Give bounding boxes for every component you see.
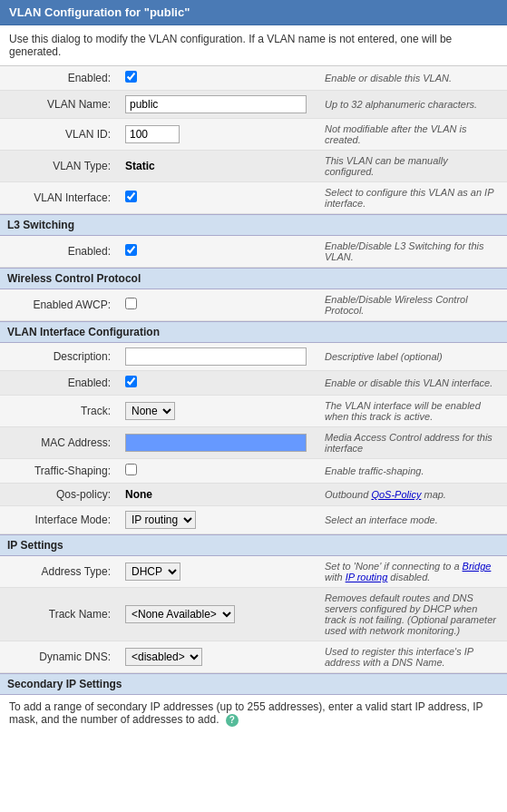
dialog-description: Use this dialog to modify the VLAN confi…: [0, 25, 507, 66]
vlan-iface-traffic-cell: [118, 459, 317, 484]
ip-settings-header: IP Settings: [0, 534, 507, 556]
ip-addr-type-cell: DHCP None Static: [118, 556, 317, 588]
ip-addr-type-select[interactable]: DHCP None Static: [125, 563, 180, 581]
wcp-awcp-row: Enabled AWCP: Enable/Disable Wireless Co…: [0, 289, 507, 321]
l3-section-header: L3 Switching: [0, 214, 507, 236]
vlan-iface-mac-label: MAC Address:: [0, 427, 118, 459]
vlan-enabled-row: Enabled: Enable or disable this VLAN.: [0, 66, 507, 91]
l3-enabled-cell: [118, 236, 317, 268]
vlan-iface-desc-help: Descriptive label (optional): [317, 343, 507, 371]
vlan-id-row: VLAN ID: Not modifiable after the VLAN i…: [0, 119, 507, 151]
bridge-link[interactable]: Bridge: [463, 561, 492, 572]
qos-policy-link[interactable]: QoS-Policy: [371, 489, 421, 500]
l3-enabled-row: Enabled: Enable/Disable L3 Switching for…: [0, 236, 507, 268]
vlan-interface-checkbox[interactable]: [125, 191, 137, 202]
vlan-id-help: Not modifiable after the VLAN is created…: [317, 119, 507, 151]
secondary-ip-desc: To add a range of secondary IP addresses…: [0, 695, 507, 732]
vlan-name-row: VLAN Name: Up to 32 alphanumeric charact…: [0, 91, 507, 119]
wcp-awcp-help: Enable/Disable Wireless Control Protocol…: [317, 289, 507, 321]
vlan-iface-mode-label: Interface Mode:: [0, 506, 118, 534]
vlan-type-value: Static: [125, 160, 155, 172]
addr-help-pre: Set to 'None' if connecting to a: [325, 561, 463, 572]
vlan-iface-traffic-help: Enable traffic-shaping.: [317, 459, 507, 484]
ip-track-name-select[interactable]: <None Available>: [125, 605, 235, 623]
vlan-iface-qos-row: Qos-policy: None Outbound QoS-Policy map…: [0, 484, 507, 506]
wcp-awcp-cell: [118, 289, 317, 321]
vlan-iface-track-label: Track:: [0, 396, 118, 427]
vlan-iface-mac-help: Media Access Control address for this in…: [317, 427, 507, 459]
ip-dns-label: Dynamic DNS:: [0, 641, 118, 673]
vlan-iface-track-select[interactable]: None: [125, 402, 175, 420]
vlan-type-row: VLAN Type: Static This VLAN can be manua…: [0, 151, 507, 182]
vlan-iface-enabled-cell: [118, 371, 317, 396]
ip-addr-type-label: Address Type:: [0, 556, 118, 588]
vlan-id-cell: [118, 119, 317, 151]
vlan-id-label: VLAN ID:: [0, 119, 118, 151]
vlan-name-label: VLAN Name:: [0, 91, 118, 119]
vlan-iface-mac-cell: [118, 427, 317, 459]
vlan-config-table: Enabled: Enable or disable this VLAN. VL…: [0, 66, 507, 214]
vlan-iface-config-header: VLAN Interface Configuration: [0, 321, 507, 343]
vlan-iface-traffic-label: Traffic-Shaping:: [0, 459, 118, 484]
vlan-iface-desc-input[interactable]: [125, 347, 307, 366]
ip-routing-link[interactable]: IP routing: [346, 572, 388, 582]
ip-addr-type-help: Set to 'None' if connecting to a Bridge …: [317, 556, 507, 588]
ip-dns-select[interactable]: <disabled>: [125, 648, 202, 666]
vlan-interface-cell: [118, 182, 317, 214]
vlan-enabled-help: Enable or disable this VLAN.: [317, 66, 507, 91]
ip-track-name-label: Track Name:: [0, 588, 118, 641]
ip-dns-row: Dynamic DNS: <disabled> Used to register…: [0, 641, 507, 673]
addr-help-post: disabled.: [387, 572, 430, 582]
qos-help-post: map.: [421, 489, 446, 500]
vlan-iface-enabled-row: Enabled: Enable or disable this VLAN int…: [0, 371, 507, 396]
addr-help-mid: with: [325, 572, 346, 582]
vlan-type-label: VLAN Type:: [0, 151, 118, 182]
vlan-enabled-checkbox[interactable]: [125, 71, 137, 83]
vlan-iface-mode-row: Interface Mode: IP routing Bridge Select…: [0, 506, 507, 534]
vlan-iface-mac-input[interactable]: [125, 434, 307, 452]
vlan-name-input[interactable]: [125, 95, 307, 113]
vlan-iface-enabled-checkbox[interactable]: [125, 376, 137, 387]
vlan-id-input[interactable]: [125, 125, 180, 143]
ip-track-name-cell: <None Available>: [118, 588, 317, 641]
wcp-table: Enabled AWCP: Enable/Disable Wireless Co…: [0, 289, 507, 321]
vlan-iface-mode-cell: IP routing Bridge: [118, 506, 317, 534]
vlan-iface-track-row: Track: None The VLAN interface will be e…: [0, 396, 507, 427]
vlan-iface-qos-label: Qos-policy:: [0, 484, 118, 506]
dialog-title: VLAN Configuration for "public": [0, 0, 507, 25]
l3-enabled-label: Enabled:: [0, 236, 118, 268]
qos-help-pre: Outbound: [325, 489, 371, 500]
vlan-iface-config-table: Description: Descriptive label (optional…: [0, 343, 507, 534]
vlan-iface-traffic-checkbox[interactable]: [125, 464, 137, 475]
vlan-iface-qos-cell: None: [118, 484, 317, 506]
vlan-name-help: Up to 32 alphanumeric characters.: [317, 91, 507, 119]
vlan-iface-track-cell: None: [118, 396, 317, 427]
vlan-interface-label: VLAN Interface:: [0, 182, 118, 214]
vlan-enabled-label: Enabled:: [0, 66, 118, 91]
vlan-iface-qos-help: Outbound QoS-Policy map.: [317, 484, 507, 506]
description-text: Use this dialog to modify the VLAN confi…: [9, 33, 452, 58]
vlan-iface-traffic-row: Traffic-Shaping: Enable traffic-shaping.: [0, 459, 507, 484]
secondary-ip-header: Secondary IP Settings: [0, 673, 507, 695]
vlan-iface-mac-row: MAC Address: Media Access Control addres…: [0, 427, 507, 459]
vlan-iface-mode-help: Select an interface mode.: [317, 506, 507, 534]
ip-dns-help: Used to register this interface's IP add…: [317, 641, 507, 673]
vlan-interface-row: VLAN Interface: Select to configure this…: [0, 182, 507, 214]
l3-enabled-help: Enable/Disable L3 Switching for this VLA…: [317, 236, 507, 268]
ip-track-name-help: Removes default routes and DNS servers c…: [317, 588, 507, 641]
vlan-name-cell: [118, 91, 317, 119]
vlan-iface-qos-value: None: [125, 488, 152, 501]
vlan-iface-desc-label: Description:: [0, 343, 118, 371]
ip-track-name-row: Track Name: <None Available> Removes def…: [0, 588, 507, 641]
vlan-iface-mode-select[interactable]: IP routing Bridge: [125, 511, 196, 529]
l3-enabled-checkbox[interactable]: [125, 244, 137, 256]
l3-table: Enabled: Enable/Disable L3 Switching for…: [0, 236, 507, 268]
vlan-enabled-cell: [118, 66, 317, 91]
secondary-ip-help-icon[interactable]: ?: [226, 714, 239, 727]
wcp-awcp-checkbox[interactable]: [125, 298, 137, 309]
secondary-ip-desc-text: To add a range of secondary IP addresses…: [9, 700, 483, 726]
wcp-section-header: Wireless Control Protocol: [0, 268, 507, 289]
vlan-iface-enabled-label: Enabled:: [0, 371, 118, 396]
vlan-iface-desc-cell: [118, 343, 317, 371]
vlan-iface-track-help: The VLAN interface will be enabled when …: [317, 396, 507, 427]
